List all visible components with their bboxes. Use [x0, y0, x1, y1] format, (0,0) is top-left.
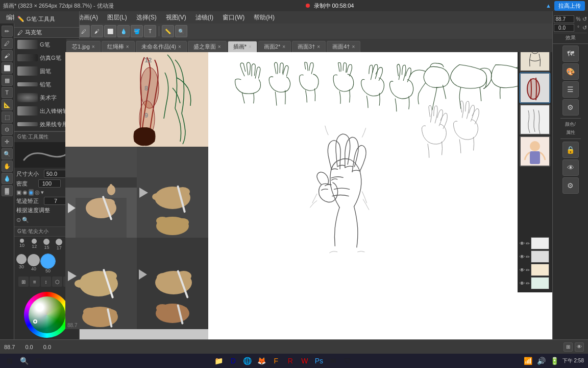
network-icon[interactable]: 📶: [523, 355, 534, 366]
zoom-reset-icon[interactable]: ↺: [582, 16, 587, 22]
size-15[interactable]: 15: [41, 239, 52, 252]
layer-3-edit-icon[interactable]: ✏: [526, 267, 530, 273]
tab-xin1[interactable]: 芯1.jpg ×: [66, 41, 101, 52]
rotation-input[interactable]: [554, 24, 574, 32]
menu-select[interactable]: 选择(S): [132, 12, 161, 23]
gradient-icon[interactable]: ▓: [2, 185, 13, 196]
correction-input[interactable]: [44, 197, 66, 205]
ruler-tool[interactable]: 📏: [162, 25, 174, 37]
size-50[interactable]: 50: [41, 254, 55, 273]
size-input[interactable]: [44, 170, 66, 178]
explorer-taskbar[interactable]: 📁: [213, 355, 225, 366]
layers-icon[interactable]: ☰: [562, 81, 579, 98]
settings-icon[interactable]: ⚙: [562, 177, 579, 194]
opacity-input[interactable]: [38, 179, 61, 188]
tab-face2[interactable]: 画面2* ×: [258, 41, 291, 52]
menu-view[interactable]: 视图(V): [162, 12, 190, 23]
menu-help[interactable]: 帮助(H): [250, 12, 279, 23]
zoom-icon[interactable]: 🔍: [2, 148, 13, 159]
task-view-button[interactable]: ⊡: [33, 355, 44, 366]
mode-icon-5[interactable]: ▾: [41, 189, 44, 196]
rotation-reset-icon[interactable]: ↺: [582, 25, 587, 31]
color-panel-icon[interactable]: 🎨: [562, 63, 579, 80]
eraser-tool[interactable]: ⬜: [104, 25, 116, 37]
pencil-tool-2[interactable]: ≡: [30, 277, 40, 287]
menu-window[interactable]: 窗口(W): [218, 12, 249, 23]
tab-unnamed[interactable]: 未命名作品(4) ×: [136, 41, 187, 52]
firefox-taskbar[interactable]: 🦊: [256, 355, 267, 366]
mail-taskbar[interactable]: ✉: [328, 355, 339, 366]
properties-icon[interactable]: ⚙: [562, 99, 579, 116]
zoom-tool[interactable]: 🔍: [175, 25, 187, 37]
select-icon[interactable]: ⬚: [2, 111, 13, 123]
pencil-tool-4[interactable]: ⬡: [52, 277, 62, 287]
brush-icon-btn[interactable]: 🖌: [2, 50, 13, 61]
pencil-tool-1[interactable]: ⊞: [18, 277, 29, 287]
text-tool[interactable]: T: [144, 25, 156, 37]
layer-1-eye[interactable]: 👁: [520, 241, 525, 246]
search-button[interactable]: 🔍: [18, 355, 30, 366]
thumb-2[interactable]: [520, 73, 550, 103]
eyedropper-tool[interactable]: 💧: [117, 25, 130, 37]
menu-layer[interactable]: 图层(L): [103, 12, 131, 23]
eraser-icon[interactable]: ⬜: [2, 62, 13, 74]
tab-red-close[interactable]: ×: [126, 44, 129, 50]
tab-face4-close[interactable]: ×: [352, 44, 355, 50]
eye-icon[interactable]: 👁: [562, 159, 579, 176]
pencil-tool-3[interactable]: ↕: [41, 277, 51, 287]
layer-2-edit-icon[interactable]: ✏: [526, 254, 530, 260]
status-grid-icon[interactable]: ⊞: [564, 342, 573, 352]
fct-taskbar[interactable]: F: [271, 355, 282, 366]
lock-icon[interactable]: 🔒: [562, 142, 579, 158]
size-40[interactable]: 40: [28, 254, 40, 273]
color-pick-icon[interactable]: 💧: [2, 173, 13, 184]
layer-4-eye[interactable]: 👁: [520, 281, 525, 286]
tab-scene[interactable]: 盛之章面 ×: [188, 41, 227, 52]
layer-2-eye[interactable]: 👁: [520, 254, 525, 260]
zoom-input[interactable]: [554, 15, 574, 23]
canvas-area[interactable]: [208, 52, 552, 354]
size-10[interactable]: 10: [16, 239, 28, 252]
lasso-icon[interactable]: ⊙: [2, 124, 13, 135]
tab-scene-close[interactable]: ×: [218, 44, 221, 50]
size-30[interactable]: 30: [16, 254, 27, 273]
ruler-icon[interactable]: 📐: [2, 99, 13, 110]
tab-cha-close[interactable]: ×: [249, 44, 252, 50]
red-taskbar[interactable]: R: [285, 355, 296, 366]
volume-icon[interactable]: 🔊: [536, 355, 547, 366]
mode-icon-4[interactable]: ◎: [35, 189, 40, 196]
move-icon[interactable]: ✛: [2, 136, 13, 147]
virus-taskbar[interactable]: 🛡: [342, 355, 353, 366]
chrome-taskbar[interactable]: 🌐: [242, 355, 253, 366]
color-wheel[interactable]: [24, 292, 70, 338]
tab-face3-close[interactable]: ×: [317, 44, 320, 50]
mode-icon-1[interactable]: ▣: [16, 189, 21, 196]
status-eye-icon[interactable]: 👁: [575, 342, 584, 352]
fill-tool[interactable]: 🪣: [131, 25, 143, 37]
start-button[interactable]: ⊞: [4, 355, 15, 366]
thumb-4[interactable]: [520, 136, 550, 167]
speed-icon-1[interactable]: ⊙: [16, 217, 21, 223]
tab-xin1-close[interactable]: ×: [92, 44, 95, 50]
tab-unnamed-close[interactable]: ×: [178, 44, 181, 50]
tab-face3[interactable]: 画面3† ×: [292, 41, 326, 52]
dell-taskbar[interactable]: D: [228, 355, 239, 366]
menu-filter[interactable]: 滤镜(I): [191, 12, 217, 23]
layer-3-eye[interactable]: 👁: [520, 267, 525, 273]
mode-icon-3[interactable]: ◉: [29, 189, 34, 196]
thumb-3[interactable]: [520, 104, 550, 135]
marker-icon[interactable]: 🖊: [2, 38, 13, 49]
brush-tool[interactable]: 🖌: [91, 25, 103, 37]
ps-taskbar[interactable]: Ps: [313, 355, 325, 366]
fill-icon[interactable]: ▦: [2, 75, 13, 86]
mode-icon-2[interactable]: ◉: [22, 189, 28, 196]
size-17[interactable]: 17: [54, 239, 65, 252]
tab-cha[interactable]: 插画* ×: [228, 41, 257, 52]
tab-red[interactable]: 红绳棒 ×: [102, 41, 135, 52]
text-icon[interactable]: T: [2, 87, 13, 98]
speed-icon-2[interactable]: 🔍: [22, 217, 29, 223]
battery-icon[interactable]: 🔋: [549, 355, 560, 366]
layer-4-edit-icon[interactable]: ✏: [526, 281, 530, 286]
tab-face2-close[interactable]: ×: [282, 44, 285, 50]
tab-face4[interactable]: 画面4† ×: [327, 41, 360, 52]
